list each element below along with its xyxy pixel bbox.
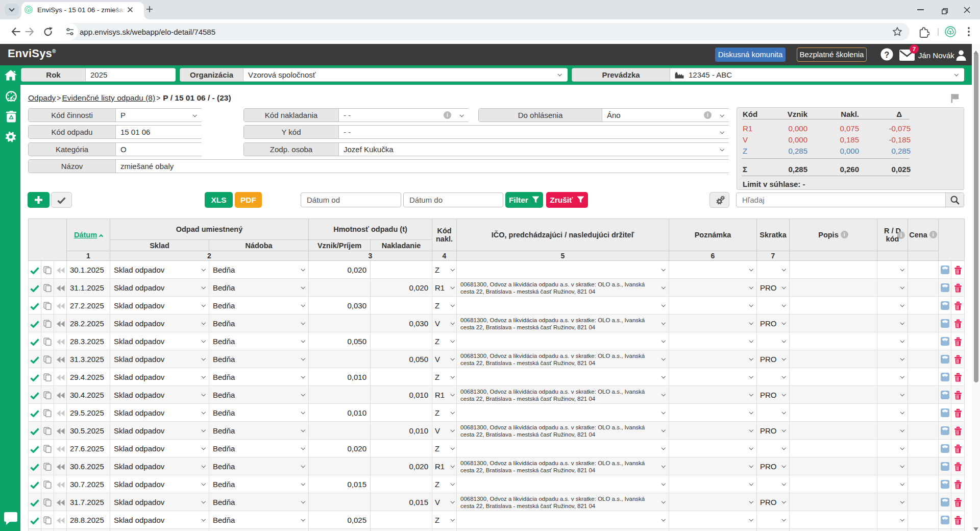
svg-text:?: ? [885,51,890,59]
